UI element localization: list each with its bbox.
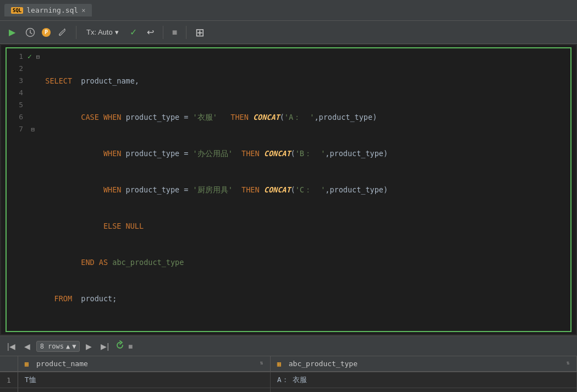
rows-label: 8 rows (40, 343, 64, 350)
refresh-icon (115, 340, 125, 350)
col-icon-1: ▦ (25, 360, 29, 368)
code-line-6: END AS abc_product_type (45, 256, 566, 268)
code-container: 1 2 3 4 5 6 7 ✓ ⊟ ⊟ SELECT product (7, 48, 570, 331)
rows-selector[interactable]: 8 rows ▲ ▼ (36, 341, 80, 352)
line-num-1: 1 (10, 51, 23, 63)
line-num-7: 7 (10, 123, 23, 135)
row-product-name: T恤 (18, 372, 270, 388)
rollback-button[interactable]: ↩ (144, 25, 157, 40)
toolbar: ▶ P Tx: Auto ▾ ✓ ↩ ■ ⊞ (0, 21, 577, 44)
tx-auto-label: Tx: Auto (86, 28, 113, 36)
stop-results-button[interactable]: ■ (128, 342, 133, 351)
line-numbers: 1 2 3 4 5 6 7 (7, 51, 26, 329)
separator-2 (163, 26, 163, 39)
wrench-button[interactable] (54, 25, 70, 40)
table-row-num-header (0, 356, 18, 372)
line-num-3: 3 (10, 75, 23, 87)
file-tab[interactable]: SQL learning.sql × (4, 4, 92, 16)
row-product-name: 打孔器 (18, 388, 270, 393)
clock-icon (25, 27, 35, 37)
results-table: ▦ product_name ⇅ ▦ abc_product_type ⇅ 1 … (0, 356, 577, 392)
line-num-4: 4 (10, 87, 23, 99)
col-label-abc-type: abc_product_type (289, 360, 358, 368)
code-line-4: WHEN product_type = '厨房用具' THEN CONCAT('… (45, 184, 566, 196)
code-line-5: ELSE NULL (45, 220, 566, 232)
code-line-2: CASE WHEN product_type = '衣服' THEN CONCA… (45, 111, 566, 123)
line-ind-4 (28, 87, 40, 100)
line-ind-2 (28, 63, 40, 75)
tab-close-button[interactable]: × (81, 7, 85, 14)
run-button[interactable]: ▶ (6, 25, 19, 40)
results-table-container: ▦ product_name ⇅ ▦ abc_product_type ⇅ 1 … (0, 356, 577, 392)
line-ind-6 (28, 112, 40, 124)
code-line-7: FROM product; (45, 292, 566, 305)
wrench-icon (57, 27, 67, 37)
rows-chevron-down-icon: ▼ (72, 343, 76, 350)
results-toolbar: |◀ ◀ 8 rows ▲ ▼ ▶ ▶| ■ (0, 336, 577, 356)
table-row: 2 打孔器 B： 办公用品 (0, 388, 577, 393)
line-ind-3 (28, 75, 40, 87)
rows-chevron-up-icon: ▲ (66, 343, 70, 350)
separator-1 (76, 26, 76, 39)
col-header-abc-type[interactable]: ▦ abc_product_type ⇅ (270, 356, 576, 372)
col-header-product-name[interactable]: ▦ product_name ⇅ (18, 356, 270, 372)
commit-button[interactable]: ✓ (127, 25, 140, 40)
refresh-button[interactable] (115, 340, 125, 352)
prev-page-button[interactable]: ◀ (21, 341, 33, 352)
stop-execution-button[interactable]: ■ (169, 25, 181, 40)
first-page-button[interactable]: |◀ (4, 341, 18, 352)
results-panel: |◀ ◀ 8 rows ▲ ▼ ▶ ▶| ■ ▦ product_name (0, 335, 577, 392)
sql-icon: SQL (11, 7, 23, 14)
grid-button[interactable]: ⊞ (192, 24, 208, 41)
svg-line-2 (30, 32, 32, 34)
editor-inner[interactable]: 1 2 3 4 5 6 7 ✓ ⊟ ⊟ SELECT product (6, 47, 571, 332)
tx-auto-button[interactable]: Tx: Auto ▾ (82, 26, 123, 38)
code-content[interactable]: SELECT product_name, CASE WHEN product_t… (41, 51, 570, 329)
code-line-3: WHEN product_type = '办公用品' THEN CONCAT('… (45, 147, 566, 159)
results-tbody: 1 T恤 A： 衣服 2 打孔器 B： 办公用品 3 运动T恤 A： 衣服 4 … (0, 372, 577, 392)
title-bar: SQL learning.sql × (0, 0, 577, 21)
sort-arrows-1[interactable]: ⇅ (260, 360, 263, 366)
row-abc-type: A： 衣服 (270, 372, 576, 388)
line-num-2: 2 (10, 63, 23, 75)
table-row: 1 T恤 A： 衣服 (0, 372, 577, 388)
clock-button[interactable] (22, 25, 39, 40)
tab-filename: learning.sql (26, 6, 78, 14)
line-ind-7: ⊟ (28, 124, 40, 136)
table-header-row: ▦ product_name ⇅ ▦ abc_product_type ⇅ (0, 356, 577, 372)
last-page-button[interactable]: ▶| (98, 341, 112, 352)
line-indicators: ✓ ⊟ ⊟ (26, 51, 41, 329)
sort-arrows-2[interactable]: ⇅ (567, 360, 570, 366)
separator-3 (186, 26, 186, 39)
p-badge: P (42, 28, 51, 37)
line-ind-1: ✓ ⊟ (28, 51, 40, 63)
code-line-1: SELECT product_name, (45, 75, 566, 87)
row-abc-type: B： 办公用品 (270, 388, 576, 393)
col-label-product-name: product_name (36, 360, 88, 368)
row-num: 1 (0, 372, 18, 388)
line-num-6: 6 (10, 111, 23, 123)
row-num: 2 (0, 388, 18, 393)
svg-point-3 (59, 34, 61, 35)
next-page-button[interactable]: ▶ (83, 341, 95, 352)
col-icon-2: ▦ (277, 360, 281, 368)
editor-area: 1 2 3 4 5 6 7 ✓ ⊟ ⊟ SELECT product (0, 44, 577, 335)
chevron-down-icon: ▾ (115, 28, 119, 36)
line-num-5: 5 (10, 99, 23, 111)
line-ind-5 (28, 100, 40, 112)
